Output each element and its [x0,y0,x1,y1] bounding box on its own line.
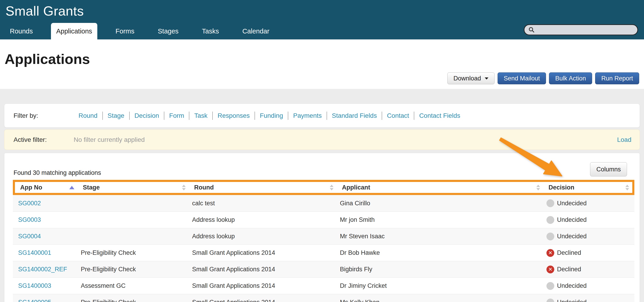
sort-icon [536,185,540,190]
application-link[interactable]: SG0004 [18,233,41,240]
sort-up-icon [536,185,540,187]
filter-link-task[interactable]: Task [189,112,212,119]
filter-links: RoundStageDecisionFormTaskResponsesFundi… [74,112,465,120]
filter-link-standard-fields[interactable]: Standard Fields [327,112,382,119]
column-header-app-no[interactable]: App No [15,182,78,193]
filter-link-contact[interactable]: Contact [382,112,414,119]
decision-declined-icon: ✕ [546,249,554,257]
decision-declined-icon: ✕ [546,266,554,273]
filter-link-payments[interactable]: Payments [288,112,326,119]
search-input[interactable] [537,26,634,34]
cell-app-no: SG0004 [13,233,76,240]
decision-undecided-icon [546,299,554,302]
cell-round: Small Grant Applications 2014 [187,299,334,302]
active-filter-status: No filter currently applied [74,136,145,144]
application-link[interactable]: SG1400002_REF [18,266,67,273]
decision-undecided-icon [546,282,554,290]
application-link[interactable]: SG0002 [18,200,41,207]
cell-applicant: Dr Jiminy Cricket [334,282,541,290]
cell-stage: Assessment GC [76,282,187,290]
filter-link-contact-fields[interactable]: Contact Fields [414,112,465,119]
cell-applicant: Mr Steven Isaac [334,233,541,240]
cell-round: Address lookup [187,216,334,223]
main-nav: RoundsApplicationsFormsStagesTasksCalend… [4,23,288,39]
cell-decision: ✕Declined [541,266,634,273]
decision-label: Undecided [557,200,586,207]
active-filter-label: Active filter: [14,136,74,144]
tab-stages[interactable]: Stages [152,23,184,39]
cell-decision: ✕Declined [541,249,634,257]
results-card: Found 30 matching applications Columns A… [4,153,640,302]
tab-tasks[interactable]: Tasks [197,23,224,39]
cell-stage: Pre-Eligibility Check [76,266,187,273]
cell-stage: Pre-Eligibility Check [76,249,187,256]
column-header-decision[interactable]: Decision [543,182,632,193]
table-row: SG0004Address lookupMr Steven IsaacUndec… [13,228,634,245]
filter-link-decision[interactable]: Decision [130,112,164,119]
download-button[interactable]: Download [447,72,494,84]
filter-link-stage[interactable]: Stage [103,112,129,119]
column-header-applicant[interactable]: Applicant [337,182,543,193]
filter-link-round[interactable]: Round [74,112,102,119]
table-row: SG1400002_REFPre-Eligibility CheckSmall … [13,261,634,278]
table-header-row: App NoStageRoundApplicantDecision [13,180,634,195]
cell-round: Small Grant Applications 2014 [187,282,334,290]
application-link[interactable]: SG0003 [18,216,41,223]
tab-applications[interactable]: Applications [51,23,97,39]
decision-undecided-icon [546,199,554,207]
sort-down-icon [330,188,334,190]
column-header-stage[interactable]: Stage [78,182,189,193]
filter-link-funding[interactable]: Funding [255,112,288,119]
column-label: App No [20,184,42,191]
decision-label: Undecided [557,216,586,223]
run-report-button[interactable]: Run Report [595,72,639,84]
cell-app-no: SG0003 [13,216,76,223]
cell-decision: Undecided [541,199,634,207]
table-row: SG0003Address lookupMr jon SmithUndecide… [13,211,634,228]
decision-undecided-icon [546,233,554,240]
active-filter-bar: Active filter: No filter currently appli… [4,130,640,150]
toolbar: Download Send Mailout Bulk Action Run Re… [447,72,639,84]
filter-link-form[interactable]: Form [164,112,189,119]
column-header-round[interactable]: Round [189,182,337,193]
cell-app-no: SG1400005 [13,299,76,302]
app-header: Small Grants RoundsApplicationsFormsStag… [0,0,644,39]
content-area: Filter by: RoundStageDecisionFormTaskRes… [0,89,644,302]
send-mailout-button[interactable]: Send Mailout [498,72,546,84]
sort-up-icon [330,185,334,187]
filter-link-responses[interactable]: Responses [213,112,254,119]
results-summary: Found 30 matching applications [14,169,101,176]
cell-applicant: Gina Cirillo [334,200,541,207]
tab-forms[interactable]: Forms [110,23,140,39]
cell-stage: Pre-Eligibility Check [76,299,187,302]
cell-decision: Undecided [541,299,634,302]
cell-decision: Undecided [541,233,634,240]
cell-decision: Undecided [541,282,634,290]
columns-button[interactable]: Columns [590,162,627,176]
application-link[interactable]: SG1400001 [18,249,51,256]
tab-calendar[interactable]: Calendar [237,23,275,39]
decision-label: Declined [557,266,581,273]
cell-decision: Undecided [541,216,634,224]
cell-applicant: Bigbirds Fly [334,266,541,273]
decision-label: Undecided [557,282,586,290]
tab-rounds[interactable]: Rounds [4,23,38,39]
decision-label: Declined [557,249,581,256]
application-link[interactable]: SG1400005 [18,299,51,302]
filter-by-label: Filter by: [14,112,74,119]
sort-down-icon [536,188,540,190]
cell-app-no: SG1400003 [13,282,76,290]
page-title: Applications [0,39,644,67]
search-icon [528,26,535,33]
download-button-label: Download [454,75,481,82]
results-head: Found 30 matching applications Columns [4,153,640,180]
load-filter-link[interactable]: Load [617,136,632,144]
bulk-action-button[interactable]: Bulk Action [549,72,592,84]
sort-up-icon [182,185,186,187]
application-link[interactable]: SG1400003 [18,282,51,289]
sort-icon [626,185,629,190]
decision-undecided-icon [546,216,554,224]
table-row: SG1400001Pre-Eligibility CheckSmall Gran… [13,245,634,261]
search-box[interactable] [524,24,638,35]
cell-applicant: Mr jon Smith [334,216,541,223]
